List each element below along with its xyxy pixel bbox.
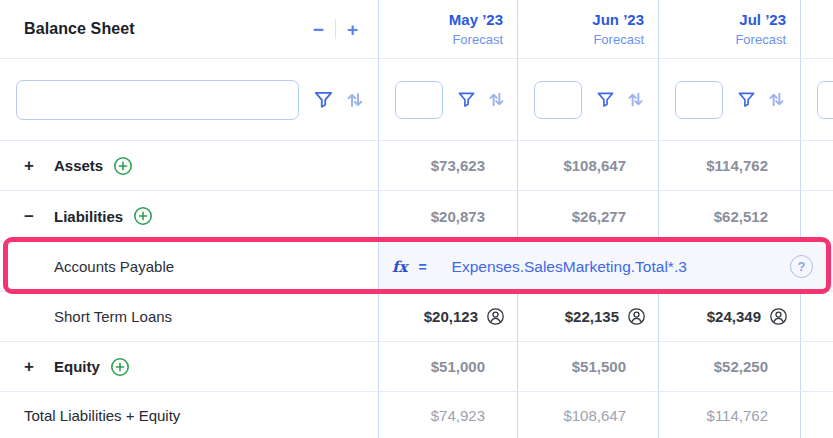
cell-value: $20,123 <box>424 308 478 325</box>
row-label: Assets <box>54 157 103 174</box>
cell-value: $22,135 <box>565 308 619 325</box>
row-label: Accounts Payable <box>54 258 174 275</box>
table-row-accounts-payable: Accounts Payable fx = Expenses.SalesMark… <box>0 241 833 291</box>
add-line-icon[interactable] <box>133 206 153 226</box>
column-filter-cell-jun <box>517 59 658 140</box>
page-title: Balance Sheet <box>24 20 135 38</box>
cell-with-assignee[interactable]: $22,135 <box>517 292 658 341</box>
expand-collapse-controls: − + <box>311 19 360 39</box>
collapse-columns-button[interactable]: − <box>311 20 326 39</box>
column-filter-input-jul[interactable] <box>675 81 723 119</box>
row-label-cell: Accounts Payable <box>0 242 378 291</box>
row-label-cell: + Assets <box>0 141 378 190</box>
column-filter-cell-jul <box>658 59 800 140</box>
cell-value[interactable]: $26,277 <box>517 191 658 241</box>
column-filter-input-jun[interactable] <box>534 81 582 119</box>
person-icon[interactable] <box>486 307 505 326</box>
row-label-cell: Total Liabilities + Equity <box>0 392 378 438</box>
filter-icon[interactable] <box>456 89 477 110</box>
row-label: Equity <box>54 358 100 375</box>
row-label-cell: Short Term Loans <box>0 292 378 341</box>
formula-bar[interactable]: fx = Expenses.SalesMarketing.Total*.3 ? <box>378 242 833 291</box>
cell-value: $24,349 <box>707 308 761 325</box>
cell-value[interactable]: $51,000 <box>378 342 517 391</box>
person-icon[interactable] <box>627 307 646 326</box>
row-label: Liabilities <box>54 208 123 225</box>
cell-value[interactable]: $51,500 <box>517 342 658 391</box>
cell-value[interactable]: $20,873 <box>378 191 517 241</box>
cell-with-assignee[interactable]: $20,123 <box>378 292 517 341</box>
filter-row <box>0 58 833 140</box>
column-header-jun[interactable]: Jun ’23 Forecast <box>517 0 658 58</box>
row-filter-input[interactable] <box>16 80 299 120</box>
expand-row-icon[interactable]: + <box>24 157 41 174</box>
column-month-label: Jun ’23 <box>592 11 644 28</box>
sort-icon[interactable] <box>344 89 366 111</box>
partial-column <box>800 292 833 341</box>
row-filter-cell <box>0 59 378 140</box>
partial-column <box>800 59 833 140</box>
row-label-cell: − Liabilities <box>0 191 378 241</box>
column-header-jul[interactable]: Jul ’23 Forecast <box>658 0 800 58</box>
row-label: Total Liabilities + Equity <box>24 407 180 424</box>
header-row: Balance Sheet − + May ’23 Forecast Jun ’… <box>0 0 833 58</box>
cell-value[interactable]: $74,923 <box>378 392 517 438</box>
fx-icon: fx <box>392 258 407 276</box>
equals-sign: = <box>418 259 426 275</box>
expand-columns-button[interactable]: + <box>345 20 360 39</box>
column-month-label: May ’23 <box>449 11 503 28</box>
add-line-icon[interactable] <box>113 156 133 176</box>
filter-icon[interactable] <box>312 88 335 111</box>
partial-column <box>800 0 833 58</box>
column-scenario-label: Forecast <box>593 32 644 47</box>
column-month-label: Jul ’23 <box>739 11 786 28</box>
person-icon[interactable] <box>769 307 788 326</box>
formula-expression[interactable]: Expenses.SalesMarketing.Total*.3 <box>452 258 687 276</box>
table-row-total-liabilities-equity: Total Liabilities + Equity $74,923 $108,… <box>0 391 833 438</box>
table-row-equity: + Equity $51,000 $51,500 $52,250 <box>0 341 833 391</box>
filter-icon[interactable] <box>736 89 757 110</box>
cell-value[interactable]: $52,250 <box>658 342 800 391</box>
partial-column <box>800 392 833 438</box>
cell-value[interactable]: $108,647 <box>517 141 658 190</box>
collapse-row-icon[interactable]: − <box>24 208 41 225</box>
sort-icon[interactable] <box>486 89 507 110</box>
table-row-liabilities: − Liabilities $20,873 $26,277 $62,512 <box>0 190 833 241</box>
cell-with-assignee[interactable]: $24,349 <box>658 292 800 341</box>
cell-value[interactable]: $62,512 <box>658 191 800 241</box>
column-scenario-label: Forecast <box>452 32 503 47</box>
partial-column <box>800 191 833 241</box>
cell-value[interactable]: $114,762 <box>658 392 800 438</box>
column-header-may[interactable]: May ’23 Forecast <box>378 0 517 58</box>
column-filter-input-partial[interactable] <box>817 81 833 119</box>
balance-sheet-table: Balance Sheet − + May ’23 Forecast Jun ’… <box>0 0 833 438</box>
table-row-short-term-loans: Short Term Loans $20,123 $22,135 $24,349 <box>0 291 833 341</box>
column-scenario-label: Forecast <box>735 32 786 47</box>
row-label-cell: + Equity <box>0 342 378 391</box>
cell-value[interactable]: $108,647 <box>517 392 658 438</box>
add-line-icon[interactable] <box>110 357 130 377</box>
expand-row-icon[interactable]: + <box>24 358 41 375</box>
title-cell: Balance Sheet − + <box>0 0 378 58</box>
table-row-assets: + Assets $73,623 $108,647 $114,762 <box>0 140 833 190</box>
partial-column <box>800 141 833 190</box>
sort-icon[interactable] <box>766 89 787 110</box>
row-label: Short Term Loans <box>54 308 172 325</box>
cell-value[interactable]: $114,762 <box>658 141 800 190</box>
column-filter-input-may[interactable] <box>395 81 443 119</box>
column-filter-cell-may <box>378 59 517 140</box>
filter-icon[interactable] <box>595 89 616 110</box>
divider <box>335 19 336 39</box>
cell-value[interactable]: $73,623 <box>378 141 517 190</box>
partial-column <box>800 342 833 391</box>
question-icon[interactable]: ? <box>790 255 813 278</box>
sort-icon[interactable] <box>625 89 646 110</box>
